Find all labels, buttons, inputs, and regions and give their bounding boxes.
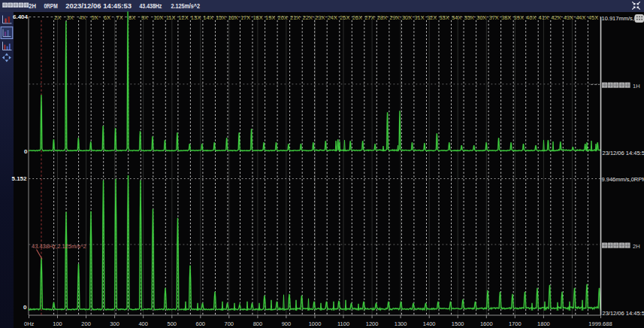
svg-text:28X: 28X [377, 14, 387, 21]
svg-text:100: 100 [53, 320, 62, 327]
svg-text:2H: 2H [29, 2, 36, 10]
svg-text:1000: 1000 [309, 320, 322, 327]
svg-text:1500: 1500 [452, 320, 464, 327]
svg-text:700: 700 [225, 320, 234, 327]
svg-text:21X: 21X [290, 14, 300, 21]
svg-text:30X: 30X [402, 14, 412, 21]
svg-text:2H: 2H [633, 243, 640, 250]
svg-text:31X: 31X [414, 14, 424, 21]
svg-text:23/12/06 14:45:53: 23/12/06 14:45:53 [603, 310, 644, 317]
svg-text:0Hz: 0Hz [24, 320, 35, 327]
svg-text:17X: 17X [240, 14, 250, 21]
svg-text:1700: 1700 [509, 320, 522, 327]
svg-text:5X: 5X [92, 14, 98, 21]
svg-text:10X: 10X [153, 14, 163, 21]
svg-text:2X: 2X [54, 14, 61, 21]
svg-text:18X: 18X [252, 14, 262, 21]
svg-text:38X: 38X [501, 14, 511, 21]
svg-text:19X: 19X [265, 14, 275, 21]
svg-text:300: 300 [110, 320, 119, 327]
svg-text:12X: 12X [178, 14, 188, 21]
svg-text:45X: 45X [588, 14, 598, 21]
svg-text:26X: 26X [352, 14, 362, 21]
svg-text:25X: 25X [340, 14, 349, 21]
svg-text:24X: 24X [328, 14, 337, 21]
svg-text:29X: 29X [389, 14, 399, 21]
svg-text:1999.688: 1999.688 [588, 320, 612, 327]
svg-text:23/12/06 14:45:53: 23/12/06 14:45:53 [603, 150, 644, 156]
svg-text:5.152: 5.152 [11, 175, 27, 182]
svg-text:600: 600 [196, 320, 206, 327]
svg-text:9X: 9X [141, 14, 148, 21]
svg-text:1800: 1800 [537, 320, 550, 327]
svg-text:39X: 39X [514, 14, 524, 21]
svg-text:8X: 8X [128, 14, 135, 21]
svg-text:11X: 11X [166, 14, 176, 21]
svg-text:2023/12/06 14:45:53: 2023/12/06 14:45:53 [65, 2, 132, 10]
svg-text:44X: 44X [576, 14, 585, 21]
svg-text:20X: 20X [278, 14, 288, 21]
svg-text:0: 0 [23, 304, 27, 311]
svg-text:33X: 33X [439, 14, 449, 21]
svg-text:1100: 1100 [337, 320, 349, 327]
svg-text:41X: 41X [539, 14, 549, 21]
svg-text:40X: 40X [526, 14, 536, 21]
svg-text:4X: 4X [79, 14, 86, 21]
svg-text:6.404: 6.404 [13, 14, 29, 20]
svg-text:36X: 36X [476, 14, 486, 21]
svg-text:43.438Hz: 43.438Hz [140, 2, 162, 10]
svg-text:0: 0 [24, 148, 28, 155]
svg-text:13X: 13X [191, 14, 201, 21]
svg-text:0RPM: 0RPM [44, 2, 57, 10]
svg-text:14X: 14X [203, 14, 213, 21]
svg-text:1600: 1600 [480, 320, 493, 327]
svg-text:35X: 35X [464, 14, 474, 21]
svg-text:900: 900 [282, 320, 292, 327]
svg-text:37X: 37X [489, 14, 499, 21]
svg-text:42X: 42X [551, 14, 561, 21]
svg-text:2.125m/s^2: 2.125m/s^2 [171, 2, 201, 10]
svg-text:9.946mm/s,0RPM: 9.946mm/s,0RPM [602, 176, 644, 183]
svg-text:43.438Hz,2.125m/s^2: 43.438Hz,2.125m/s^2 [32, 243, 86, 250]
svg-text:800: 800 [253, 320, 263, 327]
svg-text:500: 500 [168, 320, 177, 327]
svg-text:1400: 1400 [423, 320, 436, 327]
svg-text:1200: 1200 [366, 320, 379, 327]
svg-text:43X: 43X [564, 14, 573, 21]
svg-text:22X: 22X [303, 14, 313, 21]
svg-text:32X: 32X [427, 14, 437, 21]
svg-text:400: 400 [138, 320, 148, 327]
svg-text:15X: 15X [216, 14, 225, 21]
svg-text:23X: 23X [315, 14, 325, 21]
svg-text:16X: 16X [228, 14, 237, 21]
svg-text:1300: 1300 [395, 320, 407, 327]
svg-text:3X: 3X [67, 14, 74, 21]
svg-text:34X: 34X [452, 14, 461, 21]
svg-text:200: 200 [81, 320, 91, 327]
svg-text:7X: 7X [116, 14, 123, 21]
svg-text:6X: 6X [104, 14, 110, 21]
svg-text:27X: 27X [364, 14, 374, 21]
svg-text:1H: 1H [633, 83, 640, 90]
